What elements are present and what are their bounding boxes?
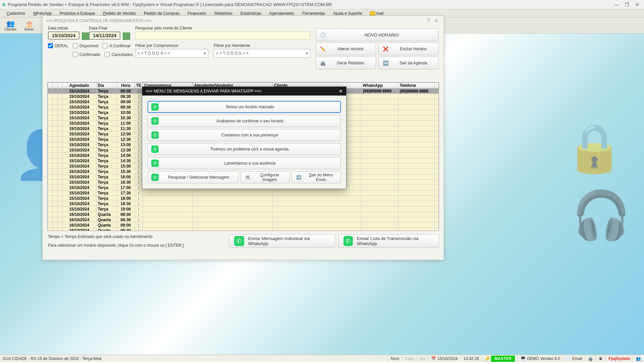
whatsapp-icon: ✆ [151, 174, 159, 181]
status-fpq[interactable]: FpqSystem [606, 355, 633, 362]
status-ins: Ins [417, 355, 428, 362]
sair-agenda-button[interactable]: ➡️ Sair da Agenda [378, 57, 439, 69]
calc-icon: 🖩 [599, 356, 603, 361]
data-inicial-calendar-icon[interactable] [82, 33, 89, 40]
key-icon: 🔑 [485, 356, 490, 361]
alterar-horario-button[interactable]: ✏️ Alterar Horário [316, 43, 376, 55]
whatsapp-icon: ✆ [151, 160, 159, 167]
status-date: 📅15/10/2024 [428, 355, 461, 362]
data-inicial-label: Data Inicial [48, 26, 89, 31]
menu-cadastros[interactable]: Cadastros [3, 10, 29, 16]
printer-icon: 🖨️ [588, 356, 593, 361]
status-calc[interactable]: 🖩 [596, 355, 606, 362]
mail-icon: ✉️ [566, 356, 571, 361]
chk-confirmado[interactable]: Confirmado [73, 52, 100, 57]
exit-icon: ➡️ [382, 60, 389, 66]
pesquisar-cliente-label: Pesquisar pelo nome do Cliente [135, 26, 310, 31]
bg-headset-icon: 🎧 [572, 188, 631, 243]
col-dia[interactable]: Dia [96, 83, 117, 88]
col-hora[interactable]: Hora [117, 83, 135, 88]
data-final-input[interactable]: 14/11/2024 [89, 32, 120, 40]
msg-confirmar-horario-button[interactable]: ✆ Acabamos de confirmar o seu horário [148, 115, 341, 127]
status-master: 🔑MASTER [482, 355, 518, 362]
agenda-window-title: >>> PESQUISA E CONTROLE DE AGENDAMENTOS … [46, 18, 152, 23]
table-row[interactable]: 16/10/2024Quarta08:30 : [48, 217, 439, 223]
filtrar-compromisso-combo[interactable]: > > T O D O S < < [135, 49, 208, 58]
table-row[interactable]: 16/10/2024Quarta08:00 : [48, 212, 439, 217]
minimize-button[interactable]: — [614, 2, 619, 7]
col-telefone[interactable]: Telefone [398, 83, 434, 88]
whatsapp-icon: ✆ [343, 236, 353, 246]
table-row[interactable]: 15/10/2024Terça18:00 : [48, 196, 439, 201]
cake-icon: 🎂 [25, 19, 34, 27]
clock-add-icon: 🕐 [319, 32, 326, 38]
chk-geral[interactable]: GERAL [48, 43, 68, 48]
edit-icon: ✏️ [319, 46, 326, 52]
delete-icon: ❌ [382, 46, 389, 52]
status-printer[interactable]: 🖨️ [585, 355, 596, 362]
status-caps: Caps [402, 355, 417, 362]
excluir-horario-button[interactable]: ❌ Excluir Horário [378, 43, 439, 55]
table-row[interactable]: 15/10/2024Terça19:00 : [48, 206, 439, 212]
pesquisar-mensagem-button[interactable]: ✆ Pesquisar / Selecionar Mensagem [148, 171, 238, 183]
table-row[interactable]: 15/10/2024Terça17:30 : [48, 190, 439, 196]
quick-aniver-button[interactable]: 🎂 Aniver [20, 18, 38, 33]
people-icon: 👥 [6, 19, 15, 27]
whatsapp-icon: ✆ [151, 103, 159, 111]
print-icon: 🖨️ [319, 60, 326, 66]
configurar-imagem-button[interactable]: 🛠️ Configurar Imagem [240, 171, 290, 183]
quick-clientes-button[interactable]: 👥 Clientes [1, 18, 19, 33]
table-row[interactable]: 16/10/2024Quarta09:00 : [48, 223, 439, 228]
dialog-title: >>> MENU DE MENSAGENS A ENVIAR PARA WHAT… [146, 89, 339, 94]
sair-menu-envio-button[interactable]: ➡️ Sair do Menu Envio [292, 171, 341, 183]
msg-ausencia-button[interactable]: ✆ Lamentamos a sua ausência [148, 157, 341, 169]
mail-icon [370, 11, 375, 15]
msg-horario-marcado-button[interactable]: ✆ Temos um horário marcado [148, 101, 341, 113]
table-row[interactable]: 16/10/2024Quarta09:30 : [48, 228, 439, 231]
status-num: Num [388, 355, 402, 362]
status-users[interactable]: 👥 [633, 355, 644, 362]
chk-disponivel[interactable]: Disponível [73, 43, 98, 48]
whatsapp-icon: ✆ [234, 236, 244, 246]
whatsapp-icon: ✆ [151, 117, 159, 125]
chk-aconfirmar[interactable]: A Confirmar [103, 43, 130, 48]
tools-icon: 🛠️ [244, 174, 251, 181]
maximize-button[interactable]: ❐ [625, 2, 629, 7]
filtrar-compromisso-label: Filtrar por Compromisso [135, 43, 208, 48]
monitor-icon: 🖥️ [521, 356, 526, 361]
status-demo: 🖥️DEMO Vendas 6.0 [518, 355, 563, 362]
filtrar-atendente-label: Filtrar por Atendente [214, 43, 310, 48]
pesquisar-cliente-input[interactable] [135, 32, 310, 40]
status-time: 13:42:26 [461, 355, 482, 362]
app-logo-icon: ⚙ [2, 2, 6, 7]
status-location: SUA CIDADE - RS 15 de Outubro de 2024 - … [0, 355, 388, 362]
exit-icon: ➡️ [296, 174, 302, 181]
whatsapp-menu-dialog: >>> MENU DE MENSAGENS A ENVIAR PARA WHAT… [142, 86, 346, 189]
data-final-calendar-icon[interactable] [123, 33, 130, 40]
col-whatsapp[interactable]: WhatsApp [361, 83, 398, 88]
help-button[interactable]: ? [425, 18, 432, 24]
whatsapp-icon: ✆ [151, 145, 159, 153]
msg-presenca-button[interactable]: ✆ Contamos com a sua presença! [148, 129, 341, 141]
dialog-close-button[interactable]: ✕ [339, 88, 343, 94]
close-button[interactable]: ✕ [635, 2, 639, 7]
agenda-close-button[interactable]: ✕ [432, 18, 440, 24]
data-inicial-input[interactable]: 15/10/2024 [48, 32, 79, 40]
gerar-relatorio-button[interactable]: 🖨️ Gerar Relatório [316, 57, 376, 69]
table-row[interactable]: 15/10/2024Terça18:30 : [48, 201, 439, 206]
whatsapp-icon: ✆ [151, 131, 159, 139]
col-te[interactable]: TE [135, 83, 143, 88]
filtrar-atendente-combo[interactable]: > > T O D O S < < [214, 49, 310, 58]
chk-cancelados[interactable]: Cancelados [105, 52, 132, 57]
users-icon: 👥 [636, 356, 641, 361]
enviar-individual-button[interactable]: ✆ Enviar Mensagem Individual via WhatsAp… [229, 234, 335, 248]
calendar-icon: 📅 [431, 356, 436, 361]
novo-horario-button[interactable]: 🕐 NOVO HORÁRIO [316, 28, 438, 41]
status-email[interactable]: ✉️Email [563, 355, 585, 362]
titlebar: ⚙ Programa Pedido de Vendas + Estoque & … [0, 0, 644, 9]
msg-problema-agenda-button[interactable]: ✆ Tivemos um problema com a nossa agenda… [148, 143, 341, 155]
statusbar: SUA CIDADE - RS 15 de Outubro de 2024 - … [0, 355, 644, 362]
enviar-lista-button[interactable]: ✆ Enviar Lista de Transmissão via WhatsA… [338, 234, 439, 248]
col-agendado[interactable]: Agendado [62, 83, 96, 88]
data-final-label: Data Final [89, 26, 130, 31]
